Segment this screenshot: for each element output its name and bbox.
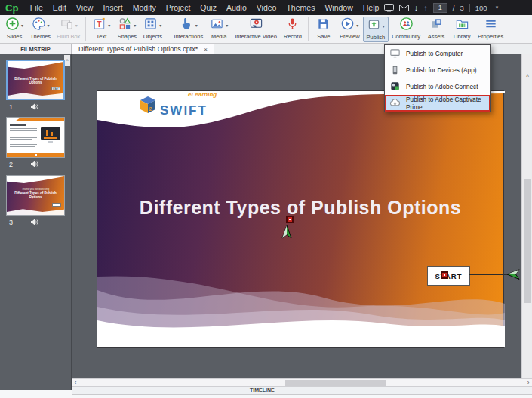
email-icon[interactable]: [399, 5, 409, 11]
zoom-dropdown-icon[interactable]: ▾: [496, 5, 499, 11]
interactions-hand-icon: [180, 17, 194, 34]
themes-palette-icon: [32, 17, 46, 34]
library-button[interactable]: Library: [449, 17, 475, 41]
themes-button[interactable]: ▾ Themes: [27, 17, 54, 41]
slide-thumbnail-1[interactable]: Different Types of Publish Options START: [6, 60, 65, 100]
captivate-logo: Cp: [5, 2, 18, 14]
audio-speaker-icon[interactable]: [30, 103, 38, 110]
next-slide-icon[interactable]: ↑: [423, 3, 428, 12]
menu-insert[interactable]: Insert: [98, 0, 128, 15]
thumbnail-text-line: [10, 130, 37, 131]
menu-quiz[interactable]: Quiz: [195, 0, 222, 15]
thumbnail-subtitle: Thank you for watching: [8, 188, 63, 191]
mouse-click-marker-start[interactable]: [441, 271, 448, 279]
slide-thumbnail-3[interactable]: Thank you for watching Different Types o…: [6, 175, 65, 216]
menu-audio[interactable]: Audio: [221, 0, 251, 15]
filmstrip-panel-header[interactable]: FILMSTRIP: [0, 44, 72, 54]
scroll-up-icon[interactable]: ˄: [522, 73, 532, 78]
preview-play-icon: [340, 17, 355, 34]
menu-themes[interactable]: Themes: [281, 0, 320, 15]
preview-button[interactable]: ▾ Preview: [337, 17, 363, 41]
publish-button[interactable]: ▾ Publish: [363, 17, 389, 42]
thumbnail-start-chip: [52, 203, 61, 207]
brand-logo: 2 SWIFT eLearning: [140, 96, 208, 117]
slide-number-input[interactable]: 1: [433, 3, 447, 13]
previous-slide-icon[interactable]: ↓: [414, 3, 419, 12]
menu-item-publish-adobe-connect[interactable]: Publish to Adobe Connect: [385, 78, 490, 95]
thumbnail-start-chip: START: [51, 87, 60, 90]
vertical-scroll-thumb[interactable]: [524, 179, 531, 303]
publish-icon: [367, 17, 381, 35]
thumbnail-text-line: [10, 133, 35, 133]
cloud-upload-icon: [389, 97, 401, 110]
timeline-title: TIMELINE: [250, 387, 275, 393]
thumbnail-monitor-graphic: [41, 127, 60, 140]
text-icon: T: [92, 17, 106, 34]
menu-modify[interactable]: Modify: [128, 0, 161, 15]
media-button[interactable]: ▾ Media: [206, 17, 232, 41]
vertical-scrollbar[interactable]: ˄: [521, 54, 532, 378]
menu-view[interactable]: View: [71, 0, 98, 15]
mouse-click-marker[interactable]: [286, 216, 294, 223]
shapes-icon: [118, 17, 132, 34]
audio-speaker-icon[interactable]: [30, 219, 38, 225]
save-floppy-icon: [316, 17, 331, 34]
slide-title-text[interactable]: Different Types of Publish Options: [97, 197, 503, 219]
assets-button[interactable]: Assets: [423, 17, 449, 41]
horizontal-scroll-thumb[interactable]: [285, 380, 386, 386]
start-button[interactable]: START: [427, 266, 470, 286]
shapes-button[interactable]: ▾ Shapes: [114, 17, 140, 41]
menu-video[interactable]: Video: [251, 0, 281, 15]
thumbnail-text-line: [10, 139, 32, 140]
tab-close-icon[interactable]: ×: [204, 46, 208, 53]
properties-button[interactable]: Properties: [475, 17, 506, 41]
slides-button[interactable]: ▾ Slides: [2, 17, 27, 41]
record-button[interactable]: Record: [280, 17, 306, 41]
screen-capture-icon[interactable]: [384, 4, 394, 12]
interactive-video-button[interactable]: Interactive Video: [232, 17, 280, 41]
mouse-path-line: [469, 274, 510, 275]
menu-help[interactable]: Help: [358, 0, 384, 15]
menu-file[interactable]: File: [25, 0, 48, 15]
interactions-button[interactable]: ▾ Interactions: [171, 17, 206, 41]
objects-button[interactable]: ▾ Objects: [140, 17, 165, 41]
slide-1-meta: 1: [6, 102, 65, 112]
menu-project[interactable]: Project: [161, 0, 195, 15]
audio-speaker-icon[interactable]: [30, 161, 38, 167]
slide-number: 2: [9, 161, 13, 168]
menu-window[interactable]: Window: [320, 0, 358, 15]
status-strip: [0, 395, 532, 398]
mouse-cursor-left-icon[interactable]: [506, 268, 520, 283]
device-icon: [389, 64, 401, 77]
community-button[interactable]: Community: [389, 17, 423, 41]
adobe-connect-icon: [389, 81, 401, 93]
slide-3-meta: 3: [6, 217, 65, 227]
zoom-level-value[interactable]: 100: [475, 4, 487, 12]
horizontal-scrollbar[interactable]: ‹ ›: [72, 378, 532, 387]
filmstrip-scroll-up-icon[interactable]: ˄: [64, 55, 70, 66]
brand-cube-icon: 2: [140, 96, 156, 117]
slide-count-separator: /: [453, 4, 455, 12]
add-slide-icon: [5, 17, 20, 34]
timeline-panel-header[interactable]: TIMELINE: [72, 387, 532, 395]
document-tab[interactable]: Different Types of Publish Options.cptx*…: [72, 44, 214, 54]
mouse-cursor-up-icon[interactable]: [281, 225, 293, 243]
media-icon: [210, 17, 224, 34]
slide-stage[interactable]: 2 SWIFT eLearning Different Types of Pub…: [97, 90, 504, 348]
menu-item-publish-captivate-prime[interactable]: Publish to Adobe Captivate Prime: [385, 95, 490, 112]
thumbnail-text-line: [10, 144, 37, 145]
thumbnail-play-dot: [35, 154, 37, 156]
toolbar-separator: [168, 17, 168, 41]
save-button[interactable]: Save: [311, 17, 337, 41]
slide-count-total: 3: [460, 4, 464, 12]
toolbar-separator: [308, 17, 309, 41]
text-button[interactable]: T▾ Text: [88, 17, 114, 41]
slide-2-meta: 2: [6, 159, 65, 169]
menu-edit[interactable]: Edit: [48, 0, 71, 15]
menu-item-publish-for-devices[interactable]: Publish for Devices (App): [385, 62, 490, 78]
main-toolbar: ▾ Slides ▾ Themes ▾ Fluid Box T▾ Text ▾ …: [0, 15, 532, 44]
assets-icon: [429, 17, 444, 34]
slide-thumbnail-2[interactable]: [6, 117, 65, 158]
menu-item-publish-to-computer[interactable]: Publish to Computer: [385, 45, 490, 62]
filmstrip-panel: ˄ Different Types of Publish Options STA…: [0, 54, 72, 390]
